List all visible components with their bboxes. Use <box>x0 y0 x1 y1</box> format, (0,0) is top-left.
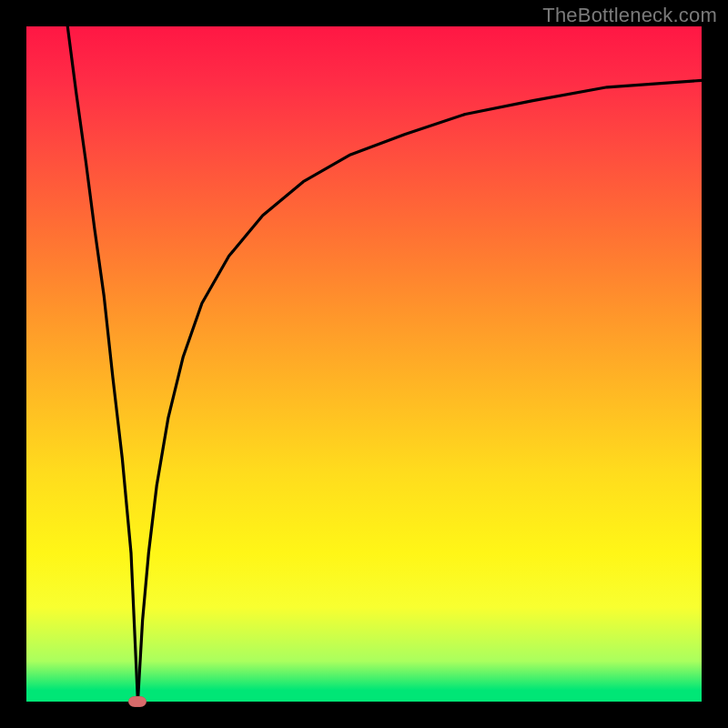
bottleneck-curve <box>26 26 702 702</box>
curve-right <box>137 80 702 702</box>
minimum-marker <box>128 696 147 707</box>
watermark-text: TheBottleneck.com <box>542 4 717 27</box>
curve-left <box>67 26 137 702</box>
plot-area <box>26 26 702 702</box>
chart-frame: TheBottleneck.com <box>0 0 728 728</box>
